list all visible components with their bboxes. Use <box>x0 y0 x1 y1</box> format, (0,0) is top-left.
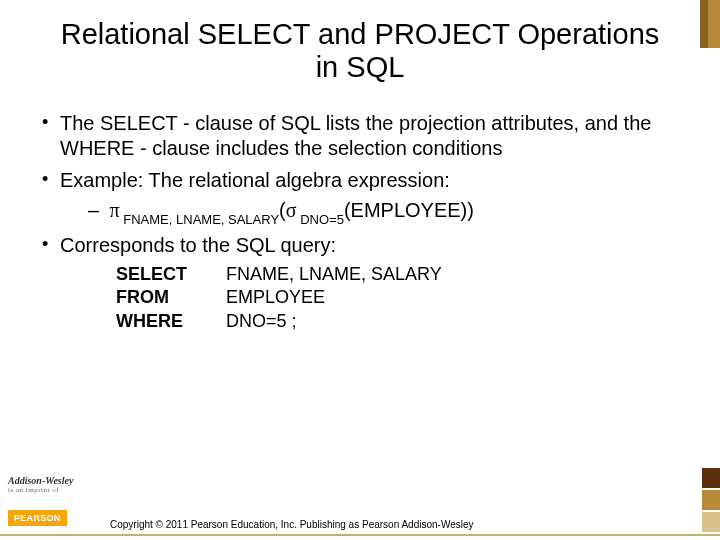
pearson-badge: PEARSON <box>8 510 67 526</box>
publisher-logo: Addison-Wesley is an imprint of <box>8 475 73 494</box>
bullet-3: Corresponds to the SQL query: SELECT FNA… <box>46 233 692 333</box>
algebra-expression: – π FNAME, LNAME, SALARY(σ DNO=5(EMPLOYE… <box>88 197 692 227</box>
bullet-list: The SELECT - clause of SQL lists the pro… <box>28 111 692 333</box>
sql-row-from: FROM EMPLOYEE <box>116 286 692 309</box>
slide-title: Relational SELECT and PROJECT Operations… <box>60 0 660 85</box>
brand-name: Addison-Wesley <box>8 475 73 486</box>
tab-color-b <box>702 490 720 510</box>
footer: Addison-Wesley is an imprint of PEARSON … <box>0 480 720 540</box>
footer-tabs <box>702 468 720 534</box>
dash-icon: – <box>88 197 104 223</box>
copyright-text: Copyright © 2011 Pearson Education, Inc.… <box>110 519 474 530</box>
pi-symbol: π <box>110 199 120 221</box>
sigma-symbol: σ <box>286 199 297 221</box>
sql-kw-where: WHERE <box>116 310 226 333</box>
bullet-1: The SELECT - clause of SQL lists the pro… <box>46 111 692 162</box>
sql-kw-select: SELECT <box>116 263 226 286</box>
sql-kw-from: FROM <box>116 286 226 309</box>
sql-val-where: DNO=5 ; <box>226 310 692 333</box>
brand-subtext: is an imprint of <box>8 486 73 494</box>
sql-val-from: EMPLOYEE <box>226 286 692 309</box>
sql-block: SELECT FNAME, LNAME, SALARY FROM EMPLOYE… <box>116 263 692 333</box>
accent-bar-right-inner <box>700 0 708 48</box>
open-paren: ( <box>279 199 286 221</box>
pi-subscript: FNAME, LNAME, SALARY <box>120 212 279 227</box>
sql-row-where: WHERE DNO=5 ; <box>116 310 692 333</box>
sigma-subscript: DNO=5 <box>297 212 344 227</box>
sql-row-select: SELECT FNAME, LNAME, SALARY <box>116 263 692 286</box>
bullet-2-text: Example: The relational algebra expressi… <box>60 169 450 191</box>
slide: Relational SELECT and PROJECT Operations… <box>0 0 720 540</box>
tab-color-c <box>702 512 720 532</box>
sql-val-select: FNAME, LNAME, SALARY <box>226 263 692 286</box>
tab-color-a <box>702 468 720 488</box>
bullet-2: Example: The relational algebra expressi… <box>46 168 692 227</box>
bullet-3-text: Corresponds to the SQL query: <box>60 234 336 256</box>
accent-bar-right <box>708 0 720 48</box>
expr-rest: (EMPLOYEE)) <box>344 199 474 221</box>
footer-rule <box>0 534 720 536</box>
